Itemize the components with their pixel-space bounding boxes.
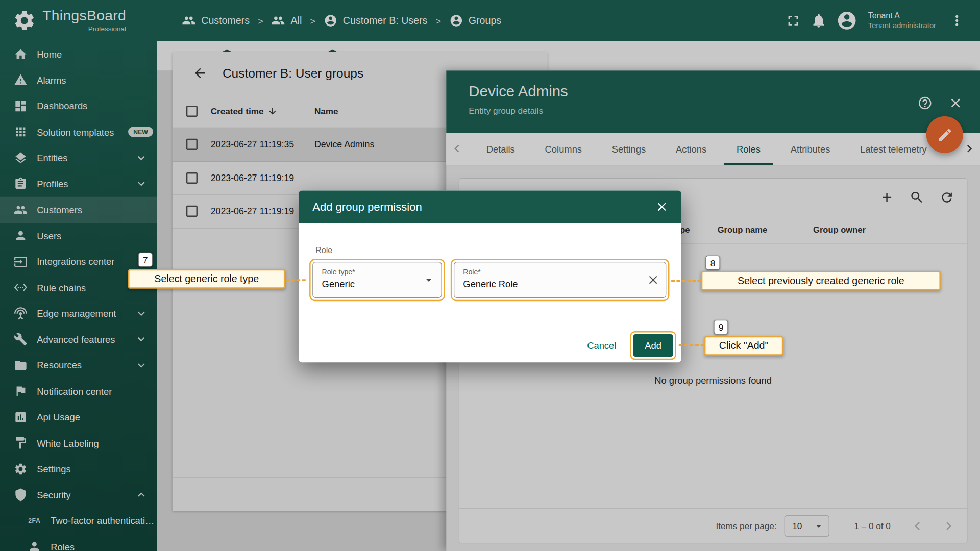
dialog-actions: Cancel Add <box>587 331 676 360</box>
annotation-8-label: Select previously created generic role <box>701 271 941 290</box>
dialog-title: Add group permission <box>312 200 422 213</box>
role-type-field-highlight: Role type* Generic <box>309 259 445 301</box>
annotation-9-badge: 9 <box>714 320 728 334</box>
annotation-9-label: Click "Add" <box>704 336 783 356</box>
role-type-select[interactable]: Role type* Generic <box>312 262 442 298</box>
add-button-highlight: Add <box>630 331 676 360</box>
role-type-value: Generic <box>322 279 416 289</box>
role-section-label: Role <box>315 245 681 255</box>
app-root: ThingsBoard Professional Customers>All>C… <box>0 0 980 551</box>
role-value: Generic Role <box>463 279 641 289</box>
clear-icon[interactable] <box>646 273 660 287</box>
annotation-9-connector <box>679 344 704 346</box>
dialog-header: Add group permission <box>299 190 681 223</box>
add-button[interactable]: Add <box>633 334 673 357</box>
add-group-permission-dialog: Add group permission Role Role type* Gen… <box>299 190 681 362</box>
annotation-7-badge: 7 <box>138 253 153 267</box>
role-type-label: Role type* <box>322 268 416 276</box>
role-label: Role* <box>463 268 641 276</box>
dropdown-arrow-icon[interactable] <box>422 273 436 287</box>
dialog-fields: Role type* Generic Role* Generic Role <box>309 259 669 301</box>
role-input[interactable]: Role* Generic Role <box>454 262 666 298</box>
annotation-7-connector <box>286 279 306 281</box>
role-field-highlight: Role* Generic Role <box>451 259 670 301</box>
annotation-7-label: Select generic role type <box>128 269 285 289</box>
cancel-button[interactable]: Cancel <box>587 340 616 351</box>
close-dialog-icon[interactable] <box>655 200 669 214</box>
annotation-8-connector <box>671 280 701 282</box>
annotation-8-badge: 8 <box>705 256 720 270</box>
